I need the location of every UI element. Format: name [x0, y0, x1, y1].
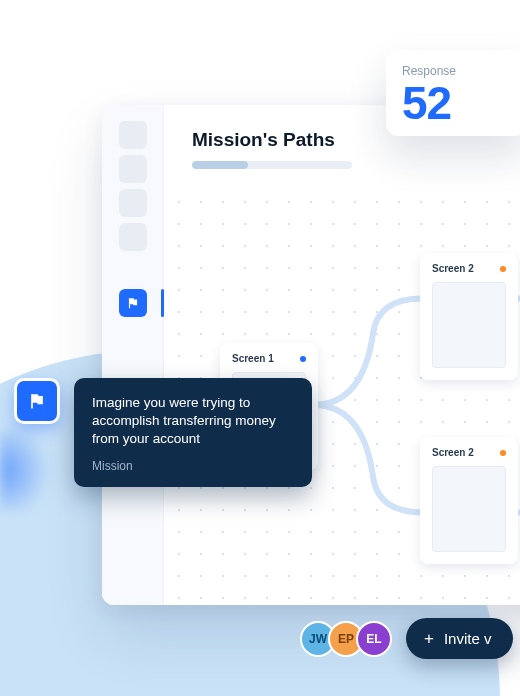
invite-button[interactable]: + Invite v — [406, 618, 513, 659]
avatar[interactable]: EL — [356, 621, 392, 657]
status-dot-orange — [500, 266, 506, 272]
status-dot-orange — [500, 450, 506, 456]
sidebar-item-2[interactable] — [119, 155, 147, 183]
bottom-bar: JW EP EL + Invite v — [300, 618, 513, 659]
invite-label: Invite v — [444, 630, 492, 647]
progress-fill — [192, 161, 248, 169]
node-screen-2b[interactable]: Screen 2 — [420, 437, 518, 564]
canvas-area: Mission's Paths Screen 1 Screen 2 — [164, 105, 520, 605]
node-label: Screen 1 — [232, 353, 274, 364]
mission-flag-box[interactable] — [14, 378, 60, 424]
node-thumbnail — [432, 282, 506, 368]
sidebar — [102, 105, 164, 605]
avatar-group: JW EP EL — [300, 621, 392, 657]
mission-text: Imagine you were trying to accomplish tr… — [92, 394, 294, 449]
node-screen-2a[interactable]: Screen 2 — [420, 253, 518, 380]
sidebar-item-4[interactable] — [119, 223, 147, 251]
sidebar-item-flag[interactable] — [119, 289, 147, 317]
status-dot-blue — [300, 356, 306, 362]
response-label: Response — [402, 64, 510, 78]
main-card: Mission's Paths Screen 1 Screen 2 — [102, 105, 520, 605]
plus-icon: + — [424, 630, 434, 647]
node-thumbnail — [432, 466, 506, 552]
response-value: 52 — [402, 80, 510, 126]
progress-track — [192, 161, 352, 169]
node-label: Screen 2 — [432, 263, 474, 274]
response-card: Response 52 — [386, 50, 520, 136]
node-label: Screen 2 — [432, 447, 474, 458]
mission-label: Mission — [92, 459, 294, 473]
mission-bubble: Imagine you were trying to accomplish tr… — [74, 378, 312, 487]
sidebar-item-1[interactable] — [119, 121, 147, 149]
sidebar-item-3[interactable] — [119, 189, 147, 217]
flag-icon — [27, 391, 47, 411]
flag-icon — [126, 296, 140, 310]
mission-tooltip: Imagine you were trying to accomplish tr… — [14, 378, 312, 487]
